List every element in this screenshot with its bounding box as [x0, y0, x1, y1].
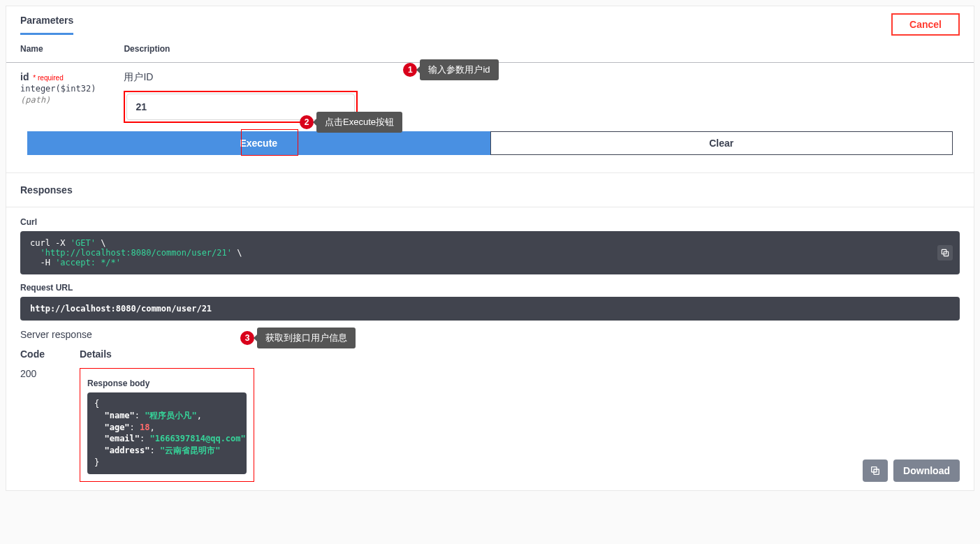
response-body-label: Response body [87, 378, 247, 388]
responses-section-header: Responses [6, 173, 974, 207]
response-body-json: { "name": "程序员小凡", "age": 18, "email": "… [87, 392, 247, 474]
copy-curl-button[interactable] [937, 245, 953, 260]
request-url-label: Request URL [20, 283, 960, 293]
col-header-name: Name [6, 36, 110, 63]
curl-label: Curl [20, 217, 960, 227]
execute-button[interactable]: Execute [27, 131, 490, 155]
response-details-header: Code Details [6, 340, 974, 365]
details-col-header: Details [80, 348, 112, 360]
parameters-tab[interactable]: Parameters [20, 15, 73, 35]
action-buttons-row: 2 点击Execute按钮 Execute Clear [6, 131, 974, 166]
annotation-3: 3 获取到接口用户信息 [240, 328, 356, 348]
annotation-badge-1: 1 [403, 63, 417, 77]
copy-response-button[interactable] [863, 460, 888, 482]
clear-button[interactable]: Clear [490, 131, 953, 155]
request-url-section: Request URL http://localhost:8080/common… [6, 283, 974, 321]
annotation-2: 2 点击Execute按钮 [300, 112, 402, 133]
annotation-badge-3: 3 [240, 331, 254, 345]
parameters-table: Name Description id * required integer($… [6, 36, 974, 131]
annotation-badge-2: 2 [300, 115, 314, 129]
col-header-description: Description [110, 36, 974, 63]
swagger-operation-panel: Parameters Cancel Name Description id * … [6, 6, 974, 491]
param-name: id [20, 71, 29, 82]
annotation-1: 1 输入参数用户id [403, 59, 498, 80]
param-location: (path) [20, 95, 96, 105]
server-response-row: Server response 3 获取到接口用户信息 [6, 329, 974, 340]
annotation-tip-2: 点击Execute按钮 [316, 112, 402, 133]
response-status-code: 200 [20, 368, 80, 379]
server-response-label: Server response [20, 329, 92, 340]
code-col-header: Code [20, 348, 80, 360]
clipboard-icon [870, 465, 881, 476]
annotation-tip-3: 获取到接口用户信息 [257, 328, 356, 348]
curl-section: Curl curl -X 'GET' \ 'http://localhost:8… [6, 217, 974, 274]
request-url-value: http://localhost:8080/common/user/21 [20, 297, 960, 321]
param-description: 用户ID [124, 71, 960, 84]
curl-code-block: curl -X 'GET' \ 'http://localhost:8080/c… [20, 231, 960, 274]
response-body-highlight: Response body { "name": "程序员小凡", "age": … [80, 368, 254, 482]
response-actions: Download [863, 460, 960, 482]
param-row-id: id * required integer($int32) (path) 用户I… [6, 63, 974, 132]
required-label: * required [33, 74, 63, 82]
download-button[interactable]: Download [893, 460, 960, 482]
parameters-header: Parameters Cancel [6, 6, 974, 36]
annotation-tip-1: 输入参数用户id [420, 59, 498, 80]
cancel-button[interactable]: Cancel [891, 13, 960, 36]
param-type: integer($int32) [20, 84, 96, 94]
response-row: 200 Response body { "name": "程序员小凡", "ag… [6, 365, 974, 490]
